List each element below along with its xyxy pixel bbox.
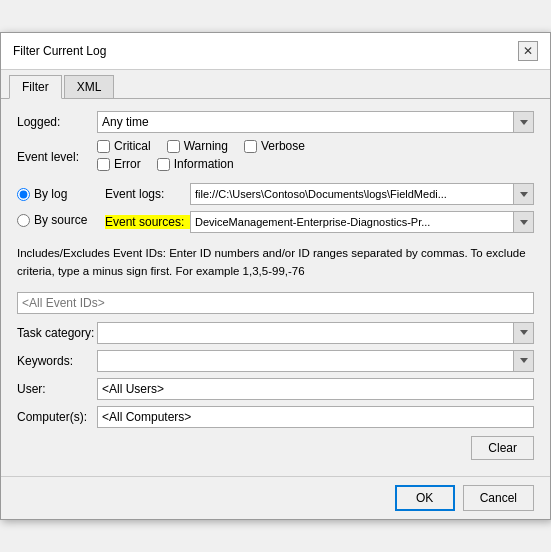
keywords-dropdown[interactable] <box>97 350 534 372</box>
filter-content: Logged: Any time Event level: Critical <box>1 99 550 476</box>
error-label: Error <box>114 157 141 171</box>
checkbox-error: Error <box>97 157 141 171</box>
event-logs-dropdown[interactable]: file://C:\Users\Contoso\Documents\logs\F… <box>190 183 534 205</box>
radio-by-log[interactable]: By log <box>17 187 97 201</box>
task-category-dropdown[interactable] <box>97 322 534 344</box>
user-row: User: <box>17 378 534 400</box>
logged-arrow[interactable] <box>513 112 533 132</box>
task-category-row: Task category: <box>17 322 534 344</box>
event-logs-row: Event logs: file://C:\Users\Contoso\Docu… <box>105 183 534 205</box>
clear-row: Clear <box>17 436 534 460</box>
warning-checkbox[interactable] <box>167 140 180 153</box>
logged-label: Logged: <box>17 115 97 129</box>
radio-column: By log By source <box>17 183 97 233</box>
logged-dropdown[interactable]: Any time <box>97 111 534 133</box>
event-logs-arrow[interactable] <box>513 184 533 204</box>
clear-button[interactable]: Clear <box>471 436 534 460</box>
event-sources-dropdown[interactable]: DeviceManagement-Enterprise-Diagnostics-… <box>190 211 534 233</box>
event-logs-value: file://C:\Users\Contoso\Documents\logs\F… <box>191 188 513 200</box>
close-button[interactable]: ✕ <box>518 41 538 61</box>
user-input-area <box>97 378 534 400</box>
checkbox-verbose: Verbose <box>244 139 305 153</box>
user-label: User: <box>17 382 97 396</box>
event-ids-input[interactable] <box>17 292 534 314</box>
by-log-radio[interactable] <box>17 188 30 201</box>
computer-row: Computer(s): <box>17 406 534 428</box>
chevron-down-icon <box>520 220 528 225</box>
event-ids-row <box>17 292 534 314</box>
computer-input-area <box>97 406 534 428</box>
verbose-checkbox[interactable] <box>244 140 257 153</box>
critical-checkbox[interactable] <box>97 140 110 153</box>
event-level-checkboxes: Critical Warning Verbose Error <box>97 139 534 175</box>
radio-fields: Event logs: file://C:\Users\Contoso\Docu… <box>105 183 534 233</box>
radio-section: By log By source Event logs: file://C:\U… <box>17 183 534 233</box>
event-sources-arrow[interactable] <box>513 212 533 232</box>
dialog-title: Filter Current Log <box>13 44 106 58</box>
event-level-row: Event level: Critical Warning Verbose <box>17 139 534 175</box>
logged-value: Any time <box>98 111 513 133</box>
task-category-arrow[interactable] <box>513 323 533 343</box>
event-sources-value: DeviceManagement-Enterprise-Diagnostics-… <box>191 216 513 228</box>
by-log-label: By log <box>34 187 67 201</box>
chevron-down-icon <box>520 192 528 197</box>
event-sources-row: Event sources: DeviceManagement-Enterpri… <box>105 211 534 233</box>
computer-label: Computer(s): <box>17 410 97 424</box>
keywords-arrow[interactable] <box>513 351 533 371</box>
logged-row: Logged: Any time <box>17 111 534 133</box>
tab-filter[interactable]: Filter <box>9 75 62 99</box>
tab-bar: Filter XML <box>1 70 550 99</box>
checkbox-warning: Warning <box>167 139 228 153</box>
by-source-label: By source <box>34 213 87 227</box>
information-checkbox[interactable] <box>157 158 170 171</box>
error-checkbox[interactable] <box>97 158 110 171</box>
event-sources-label: Event sources: <box>105 215 190 229</box>
verbose-label: Verbose <box>261 139 305 153</box>
checkbox-critical: Critical <box>97 139 151 153</box>
critical-label: Critical <box>114 139 151 153</box>
radio-by-source[interactable]: By source <box>17 213 97 227</box>
computer-input[interactable] <box>97 406 534 428</box>
keywords-row: Keywords: <box>17 350 534 372</box>
ok-button[interactable]: OK <box>395 485 455 511</box>
title-bar: Filter Current Log ✕ <box>1 33 550 70</box>
checkbox-row-2: Error Information <box>97 157 534 171</box>
tab-xml[interactable]: XML <box>64 75 115 99</box>
event-logs-label: Event logs: <box>105 187 190 201</box>
chevron-down-icon <box>520 330 528 335</box>
chevron-down-icon <box>520 120 528 125</box>
task-category-label: Task category: <box>17 326 97 340</box>
warning-label: Warning <box>184 139 228 153</box>
bottom-buttons: OK Cancel <box>1 476 550 519</box>
checkbox-row-1: Critical Warning Verbose <box>97 139 534 153</box>
keywords-label: Keywords: <box>17 354 97 368</box>
user-input[interactable] <box>97 378 534 400</box>
information-label: Information <box>174 157 234 171</box>
chevron-down-icon <box>520 358 528 363</box>
checkbox-information: Information <box>157 157 234 171</box>
by-source-radio[interactable] <box>17 214 30 227</box>
event-level-label: Event level: <box>17 150 97 164</box>
description-text: Includes/Excludes Event IDs: Enter ID nu… <box>17 241 534 284</box>
cancel-button[interactable]: Cancel <box>463 485 534 511</box>
dialog: Filter Current Log ✕ Filter XML Logged: … <box>0 32 551 520</box>
